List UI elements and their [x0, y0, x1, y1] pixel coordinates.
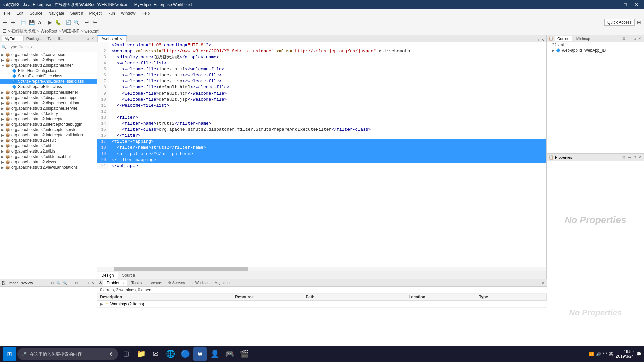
expand-icon[interactable]: ▶	[1, 149, 5, 153]
prob-min-icon[interactable]: —	[530, 281, 535, 285]
expand-icon[interactable]: ▶	[1, 101, 5, 105]
expand-icon[interactable]: ▶	[1, 107, 5, 110]
outline-ctrl-icon[interactable]: ⊡	[621, 36, 626, 41]
expand-icon[interactable]: ▶	[1, 96, 5, 100]
expand-icon[interactable]: ▶	[1, 117, 5, 121]
expand-icon[interactable]: ▶	[1, 133, 5, 137]
tab-design[interactable]: Design	[97, 272, 118, 279]
start-button[interactable]: ⊞	[3, 347, 16, 361]
toolbar-run[interactable]: ▶	[46, 19, 54, 26]
outline-close-icon[interactable]: ✕	[637, 36, 642, 41]
taskbar-media[interactable]: 🎬	[237, 347, 251, 361]
taskbar-file-explorer[interactable]: 📁	[134, 347, 148, 361]
breadcrumb-webinf[interactable]: WEB-INF	[62, 29, 79, 34]
taskbar-edge[interactable]: 🔵	[178, 347, 192, 361]
close-button[interactable]: ✕	[632, 1, 641, 8]
minimize-panel-icon[interactable]: —	[79, 36, 85, 41]
toolbar-undo[interactable]: ↩	[83, 19, 91, 26]
editor-min-icon[interactable]: —	[530, 38, 535, 42]
prob-expand-icon[interactable]: ▶	[100, 302, 105, 306]
prob-close-icon[interactable]: ✕	[541, 281, 545, 285]
tab-minimap[interactable]: Minimap	[574, 36, 593, 41]
tree-item[interactable]: ▶ 📦 org.apache.struts2.dispatcher.multip…	[0, 100, 97, 106]
quick-access-button[interactable]: Quick Access	[604, 19, 635, 26]
expand-icon[interactable]: ▼	[1, 64, 5, 67]
clock[interactable]: 16:59 2019/3/24	[616, 349, 634, 359]
tree-item[interactable]: ▶ 📦 org.apache.struts2.interceptor.debug…	[0, 122, 97, 127]
taskbar-search-input[interactable]	[30, 352, 107, 357]
tree-item[interactable]: ▶ 📦 org.apache.struts2.factory	[0, 111, 97, 116]
tree-item[interactable]: ▶ 📦 org.apache.struts2.util.tomcat.buf	[0, 154, 97, 159]
taskbar-mail[interactable]: ✉	[149, 347, 162, 361]
menu-help[interactable]: Help	[139, 10, 153, 16]
problem-row[interactable]: ▶ ⚠ Warnings (2 items)	[97, 301, 547, 308]
img-ctrl1-icon[interactable]: ⊡	[50, 281, 55, 285]
toolbar-search[interactable]: 🔍	[73, 19, 80, 26]
toolbar-debug[interactable]: 🐛	[54, 19, 62, 26]
tree-item[interactable]: ▶ 📦 org.apache.struts2.interceptor.servl…	[0, 127, 97, 132]
tray-icon-shield[interactable]: 🛡	[603, 352, 607, 356]
img-close-icon[interactable]: ✕	[90, 281, 95, 285]
menu-file[interactable]: File	[1, 10, 13, 16]
outline-xml-item[interactable]: ?? xml	[547, 42, 644, 48]
props-min-icon[interactable]: —	[627, 155, 632, 159]
prob-ctrl-icon[interactable]: ⊡	[525, 281, 529, 285]
tree-item[interactable]: ▶ 📦 org.apache.struts2.dispatcher.mapper	[0, 95, 97, 100]
outline-max-icon[interactable]: □	[633, 36, 637, 41]
tree-item[interactable]: ▼ 📦 org.apache.struts2.dispatcher.filter	[0, 63, 97, 68]
toolbar-save[interactable]: 💾	[28, 19, 35, 26]
tree-item[interactable]: 🔷 StrutsExecuteFilter.class	[0, 73, 97, 79]
tree-item[interactable]: ▶ 📦 org.apache.struts2.util	[0, 143, 97, 148]
props-close-icon[interactable]: ✕	[637, 155, 642, 159]
expand-icon[interactable]: ▶	[552, 49, 556, 52]
img-min-icon[interactable]: —	[79, 281, 85, 285]
tab-tasks[interactable]: Tasks	[128, 280, 145, 286]
editor-max-icon[interactable]: □	[536, 38, 540, 42]
prob-max-icon[interactable]: □	[536, 281, 540, 285]
img-ctrl3-icon[interactable]: 🔍	[62, 281, 68, 285]
expand-icon[interactable]: ▶	[1, 58, 5, 62]
tree-item[interactable]: ▶ 📦 org.apache.struts2.views	[0, 159, 97, 165]
menu-search[interactable]: Search	[67, 10, 86, 16]
toolbar-back[interactable]: ⬅	[1, 19, 9, 26]
horizontal-scrollbar[interactable]	[97, 267, 546, 271]
tab-source[interactable]: Source	[118, 272, 139, 279]
editor-tab-webxml[interactable]: *web.xml ✕	[97, 35, 127, 42]
close-panel-icon[interactable]: ✕	[90, 36, 95, 41]
expand-icon[interactable]: ▶	[1, 155, 5, 159]
expand-icon[interactable]: ▶	[1, 112, 5, 116]
toolbar-redo[interactable]: ↪	[91, 19, 99, 26]
expand-icon[interactable]: ▶	[1, 90, 5, 94]
img-max-icon[interactable]: □	[86, 281, 90, 285]
breadcrumb-project[interactable]: 在线聊天系统	[11, 28, 36, 34]
menu-project[interactable]: Project	[86, 10, 104, 16]
code-editor[interactable]: 1 <?xml version="1.0" encoding="UTF-8"?>…	[97, 42, 546, 267]
tree-item[interactable]: ▶ 📦 org.apache.struts2.dispatcher	[0, 57, 97, 63]
tree-item[interactable]: ▶ 📦 org.apache.struts2.views.annotations	[0, 165, 97, 170]
filter-input[interactable]	[8, 43, 82, 51]
tab-typehierarchy[interactable]: Type Hi...	[45, 36, 66, 41]
taskbar-app1[interactable]: 🎮	[223, 347, 236, 361]
maximize-button[interactable]: □	[621, 1, 629, 8]
tree-item[interactable]: ▶ 📦 org.apache.struts2.dispatcher.listen…	[0, 89, 97, 95]
tree-item[interactable]: 🔷 StrutsPrepareFilter.class	[0, 84, 97, 89]
tab-outline[interactable]: Outline	[555, 36, 572, 41]
tab-problems[interactable]: Problems	[103, 280, 127, 286]
expand-icon[interactable]: ▶	[1, 128, 5, 132]
taskbar-word[interactable]: W	[193, 347, 207, 361]
tray-icon-network[interactable]: 📶	[589, 352, 594, 356]
expand-icon[interactable]: ▶	[1, 160, 5, 164]
expand-icon[interactable]: ▶	[1, 53, 5, 57]
breadcrumb-file[interactable]: web.xml	[85, 29, 99, 34]
menu-navigate[interactable]: Navigate	[46, 10, 67, 16]
tab-console[interactable]: Console	[146, 280, 164, 286]
toolbar-print[interactable]: 🖨	[36, 19, 43, 26]
expand-icon[interactable]: ▶	[1, 166, 5, 169]
outline-webapp-item[interactable]: ▶ 🔷 web-app id=WebApp_ID	[547, 48, 644, 53]
tree-item[interactable]: ▶ 📦 org.apache.struts2.interceptor	[0, 116, 97, 122]
editor-close-icon[interactable]: ✕	[540, 38, 545, 42]
breadcrumb-webroot[interactable]: WebRoot	[41, 29, 57, 34]
tab-myeclipse[interactable]: MyEclip...	[2, 36, 24, 41]
outline-min-icon[interactable]: —	[627, 36, 632, 41]
img-ctrl4-icon[interactable]: ⊞	[69, 281, 73, 285]
